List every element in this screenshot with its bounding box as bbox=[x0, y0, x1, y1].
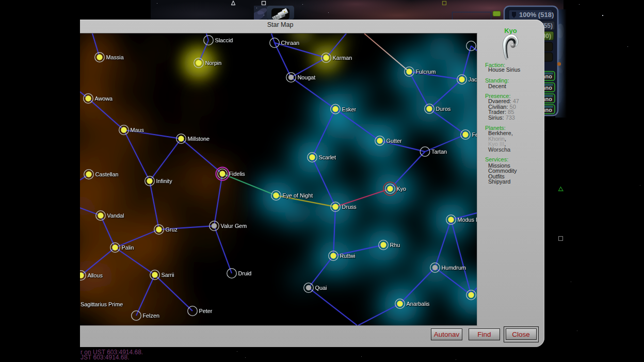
svg-text:Jack: Jack bbox=[469, 76, 477, 83]
svg-text:Anarbalis: Anarbalis bbox=[407, 301, 430, 307]
svg-text:Awowa: Awowa bbox=[95, 95, 113, 102]
svg-text:Norpin: Norpin bbox=[205, 60, 222, 66]
svg-text:Palin: Palin bbox=[122, 244, 134, 251]
svg-text:Duros: Duros bbox=[436, 106, 451, 112]
svg-text:Millstone: Millstone bbox=[188, 136, 210, 142]
svg-text:Gutter: Gutter bbox=[387, 138, 402, 144]
svg-text:Infinity: Infinity bbox=[156, 178, 173, 184]
svg-text:Sagittarius Prime: Sagittarius Prime bbox=[81, 301, 123, 307]
svg-text:Tartan: Tartan bbox=[431, 149, 447, 155]
svg-text:Esker: Esker bbox=[342, 106, 357, 112]
svg-text:Felzen: Felzen bbox=[143, 312, 159, 319]
svg-text:Felda: Felda bbox=[472, 131, 477, 138]
svg-text:Castellan: Castellan bbox=[95, 171, 119, 177]
svg-text:Humdrum: Humdrum bbox=[442, 265, 466, 271]
svg-text:Karman: Karman bbox=[333, 55, 352, 61]
svg-text:Valur Gem: Valur Gem bbox=[221, 223, 247, 229]
svg-text:Sarrii: Sarrii bbox=[162, 272, 174, 278]
svg-text:Fidelis: Fidelis bbox=[229, 171, 246, 177]
svg-text:Scarlet: Scarlet bbox=[319, 154, 336, 160]
svg-text:Nougat: Nougat bbox=[298, 74, 316, 80]
svg-text:Ruttwi: Ruttwi bbox=[340, 253, 356, 259]
svg-text:Druid: Druid bbox=[238, 270, 252, 276]
svg-text:Quai: Quai bbox=[315, 285, 327, 291]
svg-text:100% (518): 100% (518) bbox=[519, 11, 554, 19]
svg-text:Fulcrum: Fulcrum bbox=[416, 69, 436, 75]
svg-text:Eye of Night: Eye of Night bbox=[283, 192, 313, 199]
svg-text:Massia: Massia bbox=[106, 54, 124, 60]
svg-text:Gruz: Gruz bbox=[166, 226, 178, 233]
svg-text:Maus: Maus bbox=[131, 127, 144, 133]
svg-text:Rhu: Rhu bbox=[390, 242, 400, 248]
svg-text:Slaccid: Slaccid bbox=[215, 37, 233, 43]
svg-text:Peter: Peter bbox=[199, 308, 213, 314]
svg-text:Druss: Druss bbox=[342, 204, 357, 210]
svg-text:Modus Manis: Modus Manis bbox=[458, 217, 477, 223]
svg-text:Kyo: Kyo bbox=[397, 186, 407, 192]
svg-text:Allous: Allous bbox=[88, 272, 103, 278]
svg-text:Vandal: Vandal bbox=[107, 212, 124, 219]
svg-text:Chraan: Chraan bbox=[281, 40, 299, 46]
